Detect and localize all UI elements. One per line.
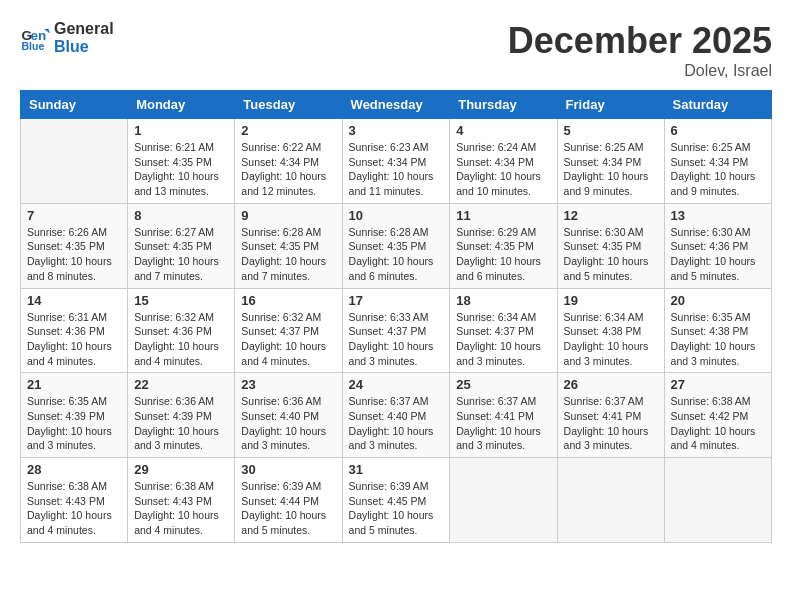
day-number: 7 [27,208,121,223]
day-number: 8 [134,208,228,223]
calendar-cell: 19Sunrise: 6:34 AM Sunset: 4:38 PM Dayli… [557,288,664,373]
calendar-week-4: 21Sunrise: 6:35 AM Sunset: 4:39 PM Dayli… [21,373,772,458]
day-number: 31 [349,462,444,477]
day-number: 14 [27,293,121,308]
location: Dolev, Israel [508,62,772,80]
logo-text-line1: General [54,20,114,38]
day-info: Sunrise: 6:30 AM Sunset: 4:36 PM Dayligh… [671,225,765,284]
calendar-cell: 9Sunrise: 6:28 AM Sunset: 4:35 PM Daylig… [235,203,342,288]
calendar-cell: 4Sunrise: 6:24 AM Sunset: 4:34 PM Daylig… [450,119,557,204]
calendar-header-row: SundayMondayTuesdayWednesdayThursdayFrid… [21,91,772,119]
calendar-week-5: 28Sunrise: 6:38 AM Sunset: 4:43 PM Dayli… [21,458,772,543]
calendar-cell: 16Sunrise: 6:32 AM Sunset: 4:37 PM Dayli… [235,288,342,373]
day-number: 13 [671,208,765,223]
day-info: Sunrise: 6:22 AM Sunset: 4:34 PM Dayligh… [241,140,335,199]
day-info: Sunrise: 6:21 AM Sunset: 4:35 PM Dayligh… [134,140,228,199]
calendar-cell: 22Sunrise: 6:36 AM Sunset: 4:39 PM Dayli… [128,373,235,458]
calendar-cell: 1Sunrise: 6:21 AM Sunset: 4:35 PM Daylig… [128,119,235,204]
header-wednesday: Wednesday [342,91,450,119]
calendar-cell [557,458,664,543]
calendar-table: SundayMondayTuesdayWednesdayThursdayFrid… [20,90,772,543]
header-saturday: Saturday [664,91,771,119]
calendar-cell: 20Sunrise: 6:35 AM Sunset: 4:38 PM Dayli… [664,288,771,373]
calendar-cell: 21Sunrise: 6:35 AM Sunset: 4:39 PM Dayli… [21,373,128,458]
calendar-cell: 5Sunrise: 6:25 AM Sunset: 4:34 PM Daylig… [557,119,664,204]
day-info: Sunrise: 6:24 AM Sunset: 4:34 PM Dayligh… [456,140,550,199]
calendar-cell: 8Sunrise: 6:27 AM Sunset: 4:35 PM Daylig… [128,203,235,288]
day-info: Sunrise: 6:33 AM Sunset: 4:37 PM Dayligh… [349,310,444,369]
svg-text:Blue: Blue [22,40,45,52]
header-friday: Friday [557,91,664,119]
day-number: 12 [564,208,658,223]
day-info: Sunrise: 6:31 AM Sunset: 4:36 PM Dayligh… [27,310,121,369]
day-number: 4 [456,123,550,138]
calendar-cell: 23Sunrise: 6:36 AM Sunset: 4:40 PM Dayli… [235,373,342,458]
header-thursday: Thursday [450,91,557,119]
calendar-cell: 28Sunrise: 6:38 AM Sunset: 4:43 PM Dayli… [21,458,128,543]
day-number: 28 [27,462,121,477]
calendar-week-2: 7Sunrise: 6:26 AM Sunset: 4:35 PM Daylig… [21,203,772,288]
day-number: 24 [349,377,444,392]
day-info: Sunrise: 6:39 AM Sunset: 4:45 PM Dayligh… [349,479,444,538]
logo: G en Blue General Blue [20,20,114,56]
day-info: Sunrise: 6:25 AM Sunset: 4:34 PM Dayligh… [564,140,658,199]
day-info: Sunrise: 6:26 AM Sunset: 4:35 PM Dayligh… [27,225,121,284]
calendar-cell: 15Sunrise: 6:32 AM Sunset: 4:36 PM Dayli… [128,288,235,373]
calendar-cell: 6Sunrise: 6:25 AM Sunset: 4:34 PM Daylig… [664,119,771,204]
month-title: December 2025 [508,20,772,62]
day-info: Sunrise: 6:36 AM Sunset: 4:39 PM Dayligh… [134,394,228,453]
calendar-cell: 18Sunrise: 6:34 AM Sunset: 4:37 PM Dayli… [450,288,557,373]
day-info: Sunrise: 6:32 AM Sunset: 4:36 PM Dayligh… [134,310,228,369]
day-info: Sunrise: 6:38 AM Sunset: 4:42 PM Dayligh… [671,394,765,453]
page-header: G en Blue General Blue December 2025 Dol… [20,20,772,80]
calendar-cell: 13Sunrise: 6:30 AM Sunset: 4:36 PM Dayli… [664,203,771,288]
day-info: Sunrise: 6:34 AM Sunset: 4:38 PM Dayligh… [564,310,658,369]
day-number: 5 [564,123,658,138]
header-sunday: Sunday [21,91,128,119]
calendar-cell [21,119,128,204]
calendar-week-1: 1Sunrise: 6:21 AM Sunset: 4:35 PM Daylig… [21,119,772,204]
day-info: Sunrise: 6:28 AM Sunset: 4:35 PM Dayligh… [349,225,444,284]
day-number: 3 [349,123,444,138]
day-info: Sunrise: 6:34 AM Sunset: 4:37 PM Dayligh… [456,310,550,369]
logo-icon: G en Blue [20,23,50,53]
day-number: 9 [241,208,335,223]
day-info: Sunrise: 6:37 AM Sunset: 4:41 PM Dayligh… [456,394,550,453]
day-info: Sunrise: 6:32 AM Sunset: 4:37 PM Dayligh… [241,310,335,369]
day-info: Sunrise: 6:25 AM Sunset: 4:34 PM Dayligh… [671,140,765,199]
calendar-cell [664,458,771,543]
day-number: 1 [134,123,228,138]
day-number: 29 [134,462,228,477]
day-info: Sunrise: 6:37 AM Sunset: 4:41 PM Dayligh… [564,394,658,453]
day-info: Sunrise: 6:28 AM Sunset: 4:35 PM Dayligh… [241,225,335,284]
day-number: 15 [134,293,228,308]
day-info: Sunrise: 6:38 AM Sunset: 4:43 PM Dayligh… [134,479,228,538]
day-info: Sunrise: 6:37 AM Sunset: 4:40 PM Dayligh… [349,394,444,453]
day-number: 17 [349,293,444,308]
logo-text-line2: Blue [54,38,114,56]
calendar-cell: 12Sunrise: 6:30 AM Sunset: 4:35 PM Dayli… [557,203,664,288]
calendar-cell: 26Sunrise: 6:37 AM Sunset: 4:41 PM Dayli… [557,373,664,458]
day-number: 18 [456,293,550,308]
title-section: December 2025 Dolev, Israel [508,20,772,80]
day-number: 16 [241,293,335,308]
day-info: Sunrise: 6:36 AM Sunset: 4:40 PM Dayligh… [241,394,335,453]
day-number: 21 [27,377,121,392]
calendar-cell: 10Sunrise: 6:28 AM Sunset: 4:35 PM Dayli… [342,203,450,288]
calendar-cell: 3Sunrise: 6:23 AM Sunset: 4:34 PM Daylig… [342,119,450,204]
day-number: 27 [671,377,765,392]
day-info: Sunrise: 6:38 AM Sunset: 4:43 PM Dayligh… [27,479,121,538]
calendar-cell: 29Sunrise: 6:38 AM Sunset: 4:43 PM Dayli… [128,458,235,543]
calendar-cell: 24Sunrise: 6:37 AM Sunset: 4:40 PM Dayli… [342,373,450,458]
calendar-cell: 30Sunrise: 6:39 AM Sunset: 4:44 PM Dayli… [235,458,342,543]
day-number: 22 [134,377,228,392]
calendar-cell: 25Sunrise: 6:37 AM Sunset: 4:41 PM Dayli… [450,373,557,458]
header-monday: Monday [128,91,235,119]
day-number: 6 [671,123,765,138]
calendar-cell: 11Sunrise: 6:29 AM Sunset: 4:35 PM Dayli… [450,203,557,288]
day-number: 11 [456,208,550,223]
day-info: Sunrise: 6:39 AM Sunset: 4:44 PM Dayligh… [241,479,335,538]
calendar-cell: 2Sunrise: 6:22 AM Sunset: 4:34 PM Daylig… [235,119,342,204]
calendar-cell: 27Sunrise: 6:38 AM Sunset: 4:42 PM Dayli… [664,373,771,458]
day-number: 2 [241,123,335,138]
